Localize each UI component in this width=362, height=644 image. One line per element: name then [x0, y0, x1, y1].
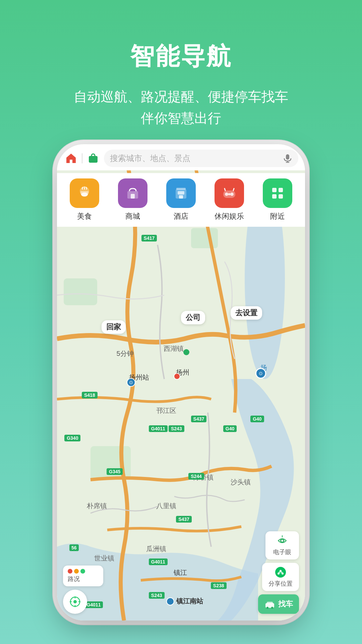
- svg-point-21: [230, 193, 234, 196]
- svg-point-28: [73, 600, 77, 603]
- svg-point-34: [281, 540, 283, 542]
- home-nav-icon[interactable]: [64, 151, 78, 166]
- phone-wrapper: 桃湖镇 5分钟 西湖镇 邗江区 扬州站 扬州 朴席镇 八里镇 沙头镇 瓜洲镇 世…: [57, 144, 305, 621]
- badge-s437-1: S437: [191, 416, 207, 422]
- badge-g345: G345: [107, 468, 123, 475]
- mic-icon[interactable]: [283, 154, 292, 163]
- badge-s437-2: S437: [176, 516, 192, 523]
- find-car-button[interactable]: 找车: [258, 594, 299, 614]
- share-card[interactable]: 分享位置: [262, 563, 299, 591]
- category-nearby-label: 附近: [270, 211, 285, 221]
- map-label-pushizhen: 朴席镇: [87, 501, 107, 511]
- svg-point-20: [225, 193, 228, 196]
- svg-point-44: [266, 607, 268, 609]
- yangzhou-station-pin: ⊙: [126, 378, 136, 387]
- svg-rect-22: [228, 193, 230, 195]
- elec-card[interactable]: 电子眼: [265, 531, 299, 559]
- map-label-shatozhen: 沙头镇: [231, 478, 251, 487]
- svg-point-12: [81, 193, 88, 197]
- search-placeholder: 搜索城市、地点、景点: [110, 153, 280, 164]
- find-car-label: 找车: [278, 599, 293, 609]
- category-entertainment-label: 休闲娱乐: [215, 211, 244, 221]
- badge-s244: S244: [188, 473, 204, 480]
- phone-frame: 桃湖镇 5分钟 西湖镇 邗江区 扬州站 扬州 朴席镇 八里镇 沙头镇 瓜洲镇 世…: [57, 144, 305, 621]
- svg-text:⊙: ⊙: [129, 380, 133, 385]
- svg-rect-2: [64, 278, 97, 305]
- category-mall-label: 商城: [125, 211, 140, 221]
- svg-point-45: [271, 607, 273, 609]
- badge-g40-1: G40: [223, 425, 237, 432]
- category-entertainment[interactable]: 休闲娱乐: [215, 178, 244, 221]
- svg-rect-16: [178, 191, 184, 195]
- svg-rect-43: [267, 602, 273, 604]
- svg-rect-23: [272, 188, 277, 192]
- map-label-balizhen: 八里镇: [156, 501, 176, 511]
- svg-rect-25: [272, 194, 277, 199]
- traffic-card[interactable]: 路况: [63, 566, 103, 586]
- hero-title: 智能导航: [0, 0, 362, 72]
- svg-rect-7: [89, 156, 98, 163]
- place-bubble-company: 公司: [181, 311, 205, 324]
- category-bar: 美食 商城: [57, 173, 305, 227]
- map-label-xihuzhen: 西湖镇: [164, 344, 184, 353]
- yangzhou-dot: [174, 373, 180, 380]
- hero-section: 智能导航 自动巡航、路况提醒、便捷停车找车 伴你智慧出行: [0, 0, 362, 129]
- nav-bag-icon[interactable]: [86, 151, 101, 166]
- category-food-label: 美食: [77, 211, 92, 221]
- category-food[interactable]: 美食: [70, 178, 99, 221]
- category-nearby[interactable]: 附近: [263, 178, 292, 221]
- elec-label: 电子眼: [273, 548, 291, 556]
- badge-s417: S417: [141, 235, 157, 241]
- divider: [82, 153, 82, 163]
- search-box[interactable]: 搜索城市、地点、景点: [104, 150, 298, 167]
- hero-subtitle: 自动巡航、路况提醒、便捷停车找车 伴你智慧出行: [0, 86, 362, 129]
- svg-rect-18: [176, 188, 186, 190]
- svg-rect-24: [279, 188, 283, 192]
- badge-g40-2: G40: [250, 416, 264, 422]
- traffic-label: 路况: [68, 576, 80, 582]
- category-hotel-label: 酒店: [174, 211, 188, 221]
- share-label: 分享位置: [268, 580, 293, 588]
- map-label-5min: 5分钟: [117, 349, 134, 358]
- phone-screen: 桃湖镇 5分钟 西湖镇 邗江区 扬州站 扬州 朴席镇 八里镇 沙头镇 瓜洲镇 世…: [57, 144, 305, 621]
- locate-button[interactable]: [63, 590, 87, 614]
- bottom-overlay: 路况: [57, 531, 305, 614]
- place-bubble-settings: 去设置: [231, 306, 262, 320]
- place-bubble-home: 回家: [102, 320, 126, 334]
- category-mall[interactable]: 商城: [118, 178, 147, 221]
- badge-g4011-1: G4011: [149, 425, 168, 432]
- badge-s418: S418: [82, 392, 98, 398]
- search-bar: 搜索城市、地点、景点: [57, 144, 305, 170]
- badge-s243-1: S243: [169, 425, 184, 432]
- xihuzhen-dot: [183, 349, 189, 355]
- category-hotel[interactable]: 酒店: [166, 178, 196, 221]
- svg-rect-8: [286, 154, 289, 160]
- badge-g340: G340: [64, 435, 80, 441]
- map-label-hanjianqu: 邗江区: [156, 406, 176, 415]
- svg-rect-3: [191, 228, 218, 248]
- svg-rect-14: [131, 194, 135, 199]
- svg-rect-17: [179, 195, 183, 199]
- svg-rect-26: [279, 194, 283, 199]
